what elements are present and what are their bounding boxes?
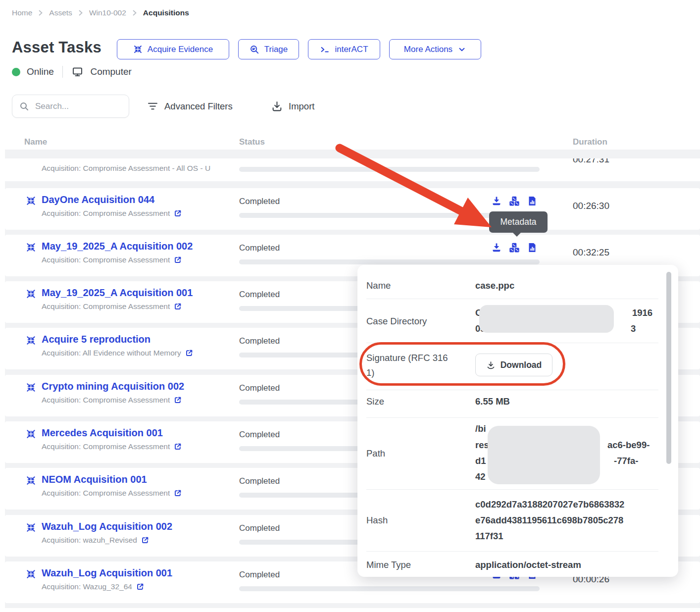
- metadata-panel: Name case.ppc Case Directory C:\ 1916 05…: [357, 265, 678, 577]
- task-name-link[interactable]: May_19_2025_A Acquisition 001: [42, 287, 193, 299]
- search-input[interactable]: [34, 101, 110, 112]
- task-name-link[interactable]: Wazuh_Log Acquisition 002: [42, 521, 172, 532]
- progress-bar: [239, 586, 540, 591]
- task-subtitle: Acquisition: Compromise Assessment: [42, 396, 182, 405]
- field-value: case.ppc: [475, 280, 514, 291]
- triage-button[interactable]: Triage: [238, 39, 299, 59]
- breadcrumb-asset[interactable]: Win10-002: [89, 8, 126, 17]
- triage-icon: [250, 45, 259, 54]
- task-name-link[interactable]: Wazuh_Log Acquisition 001: [42, 567, 172, 579]
- divider: [366, 551, 658, 552]
- external-link-icon[interactable]: [174, 303, 182, 310]
- interact-button[interactable]: interACT: [308, 39, 380, 59]
- field-label: Path: [366, 448, 385, 459]
- status-text: Completed: [239, 336, 280, 346]
- duration-value: 00:26:30: [573, 201, 609, 211]
- chevron-right-icon: [38, 9, 44, 16]
- acquisition-task-icon: [26, 382, 36, 395]
- field-value-fragment: 1916: [632, 307, 652, 318]
- task-subtitle: Acquisition: wazuh_Revised: [42, 536, 149, 545]
- task-name-link[interactable]: Mercedes Acquisition 001: [42, 427, 163, 439]
- task-subtitle: Acquisition: Compromise Assessment - All…: [42, 164, 210, 173]
- scrollbar-thumb[interactable]: [666, 272, 671, 464]
- table-row: DayOne Acquisition 044 Acquisition: Comp…: [5, 188, 700, 230]
- report-icon[interactable]: [527, 196, 538, 206]
- task-name-link[interactable]: Acquire 5 reproduction: [42, 334, 150, 345]
- field-value-fragment: ac6-be99-: [607, 440, 650, 451]
- external-link-icon[interactable]: [141, 536, 149, 544]
- task-name-link[interactable]: Crypto mining Acquisition 002: [42, 381, 184, 392]
- breadcrumb-assets[interactable]: Assets: [49, 8, 72, 17]
- status-text: Completed: [239, 290, 280, 300]
- metadata-icon[interactable]: [509, 196, 520, 206]
- acquisition-task-icon: [26, 429, 36, 441]
- annotation-red-ring: [359, 342, 565, 386]
- download-icon[interactable]: [491, 242, 502, 253]
- online-status-label: Online: [27, 66, 54, 77]
- asset-tasks-screen: Home Assets Win10-002 Acquisitions Asset…: [0, 0, 700, 612]
- page-title: Asset Tasks: [12, 39, 101, 56]
- report-icon[interactable]: [527, 242, 538, 253]
- terminal-icon: [320, 45, 330, 54]
- breadcrumb-current: Acquisitions: [143, 8, 189, 17]
- breadcrumb-home[interactable]: Home: [12, 8, 32, 17]
- import-button[interactable]: Import: [271, 101, 314, 112]
- task-name-link[interactable]: NEOM Acquisition 001: [42, 474, 147, 485]
- acquisition-task-icon: [26, 196, 36, 208]
- external-link-icon[interactable]: [174, 443, 182, 451]
- more-actions-button[interactable]: More Actions: [389, 39, 481, 59]
- field-label: Mime Type: [366, 560, 411, 570]
- task-subtitle: Acquisition: All Evidence without Memory: [42, 349, 193, 357]
- task-name-link[interactable]: May_19_2025_A Acquisition 002: [42, 241, 193, 252]
- redaction-blob: [488, 426, 600, 484]
- external-link-icon[interactable]: [174, 209, 182, 217]
- external-link-icon[interactable]: [174, 396, 182, 404]
- table-row-partial: Acquisition: Compromise Assessment - All…: [5, 158, 700, 181]
- acquisition-task-icon: [26, 335, 36, 348]
- metadata-icon[interactable]: [509, 242, 520, 253]
- table-row-partial-bottom: [5, 608, 700, 612]
- field-label: Hash: [366, 515, 388, 526]
- divider: [366, 299, 658, 299]
- task-subtitle: Acquisition: Compromise Assessment: [42, 302, 182, 311]
- field-value-fragment: d1: [475, 456, 486, 466]
- external-link-icon[interactable]: [185, 349, 193, 357]
- external-link-icon[interactable]: [136, 583, 144, 591]
- acquisition-task-icon: [26, 289, 36, 301]
- task-subtitle: Acquisition: Compromise Assessment: [42, 442, 182, 451]
- asset-type-label: Computer: [90, 66, 131, 77]
- field-value-fragment: res: [475, 440, 489, 451]
- row-actions: [491, 196, 538, 206]
- status-text: Completed: [239, 523, 280, 533]
- column-header-name: Name: [24, 137, 47, 147]
- field-label: Name: [366, 280, 391, 291]
- external-link-icon[interactable]: [174, 256, 182, 264]
- status-text: Completed: [239, 243, 280, 253]
- search-box: [12, 95, 129, 118]
- task-name-link[interactable]: DayOne Acquisition 044: [42, 194, 154, 205]
- breadcrumb: Home Assets Win10-002 Acquisitions: [12, 8, 189, 17]
- field-label: Case Directory: [366, 316, 427, 327]
- status-text: Completed: [239, 430, 280, 440]
- download-icon[interactable]: [491, 196, 502, 206]
- chevron-down-icon: [457, 45, 466, 54]
- divider: [366, 489, 658, 490]
- task-subtitle: Acquisition: Compromise Assessment: [42, 209, 182, 218]
- advanced-filters-button[interactable]: Advanced Filters: [147, 101, 233, 112]
- acquisition-task-icon: [26, 475, 36, 488]
- monitor-icon: [71, 66, 84, 78]
- field-value-fragment: /bi: [475, 423, 486, 434]
- progress-bar: [239, 167, 540, 172]
- acquire-evidence-button[interactable]: Acquire Evidence: [117, 39, 229, 59]
- task-subtitle: Acquisition: Compromise Assessment: [42, 255, 182, 264]
- status-text: Completed: [239, 476, 280, 486]
- field-value-fragment: 3: [631, 323, 636, 334]
- filter-icon: [147, 101, 158, 112]
- redaction-blob: [479, 305, 614, 333]
- duration-value: 00:32:25: [573, 247, 609, 258]
- search-icon: [19, 102, 29, 111]
- external-link-icon[interactable]: [174, 489, 182, 497]
- metadata-tooltip: Metadata: [489, 211, 548, 233]
- field-value: 6.55 MB: [475, 396, 510, 407]
- task-subtitle: Acquisition: Wazug_32_64: [42, 582, 144, 591]
